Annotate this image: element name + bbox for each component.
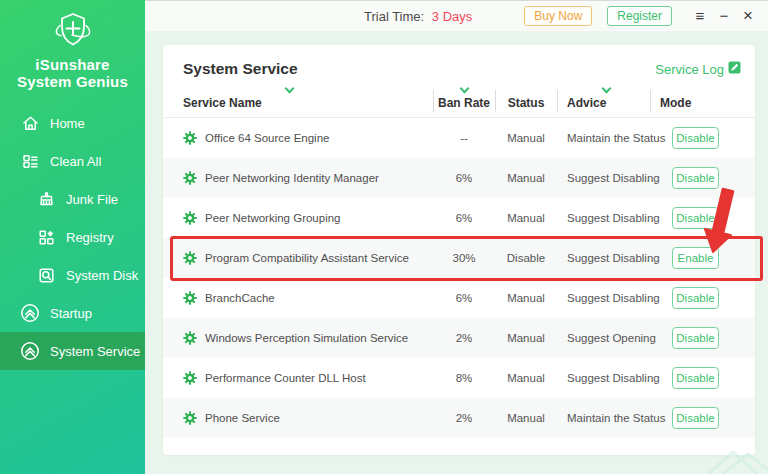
table-row-highlighted: Program Compatibility Assistant Service … [163,238,755,278]
registry-icon [36,229,56,246]
status-cell: Disable [495,252,557,264]
close-icon[interactable]: × [738,6,758,26]
sidebar-nav: HomeClean AllJunk FileRegistrySystem Dis… [0,104,145,370]
column-header-service-name[interactable]: Service Name [183,82,433,117]
sidebar-item-system-disk[interactable]: System Disk [0,256,145,294]
table-row: Windows Perception Simulation Service 2%… [163,318,755,358]
advice-cell: Suggest Disabling [557,292,650,304]
table-header: Service Name Ban Rate Status Advice [163,82,755,118]
column-header-mode[interactable]: Mode [650,82,735,117]
menu-icon[interactable]: ≡ [690,6,710,26]
mode-cell: Disable [650,287,735,309]
service-name-cell: BranchCache [183,291,433,305]
advice-cell: Suggest Disabling [557,372,650,384]
service-log-link[interactable]: Service Log [655,61,741,77]
table-row: Performance Counter DLL Host 8% Manual S… [163,358,755,398]
advice-cell: Suggest Disabling [557,252,650,264]
service-name-cell: Windows Perception Simulation Service [183,331,433,345]
gear-icon [183,291,197,305]
minimize-icon[interactable]: − [714,6,734,26]
status-cell: Manual [495,132,557,144]
advice-cell: Maintain the Status [557,132,650,144]
advice-cell: Suggest Opening [557,332,650,344]
sidebar-item-clean-all[interactable]: Clean All [0,142,145,180]
trial-days-value: 3 Days [432,9,472,24]
home-icon [20,115,40,132]
mode-toggle-button[interactable]: Disable [672,287,719,309]
sort-chevron-icon [459,84,469,94]
sidebar-item-startup[interactable]: Startup [0,294,145,332]
status-cell: Manual [495,412,557,424]
mode-cell: Disable [650,207,735,229]
sidebar-item-home[interactable]: Home [0,104,145,142]
window-controls: ≡−× [686,6,758,26]
status-cell: Manual [495,212,557,224]
column-header-advice[interactable]: Advice [557,82,650,117]
sidebar-item-label: Clean All [50,154,101,169]
sidebar-item-label: Home [50,116,85,131]
table-row: BranchCache 6% Manual Suggest Disabling … [163,278,755,318]
main-panel: Trial Time: 3 Days Buy Now Register ≡−× … [145,0,768,474]
clean-all-icon [20,153,40,170]
service-name-cell: Performance Counter DLL Host [183,371,433,385]
column-header-status[interactable]: Status [495,82,557,117]
sidebar-item-label: Registry [66,230,114,245]
table-body: Office 64 Source Engine -- Manual Mainta… [163,118,755,438]
sort-chevron-icon [285,84,295,94]
gear-icon [183,371,197,385]
mode-cell: Disable [650,407,735,429]
system-service-card: System Service Service Log [163,45,755,455]
table-row: Peer Networking Grouping 6% Manual Sugge… [163,198,755,238]
sidebar-item-registry[interactable]: Registry [0,218,145,256]
ban-rate-cell: -- [433,132,495,144]
service-log-edit-icon [728,61,741,77]
mode-toggle-button[interactable]: Enable [672,247,719,269]
mode-toggle-button[interactable]: Disable [672,367,719,389]
service-name: Office 64 Source Engine [205,132,329,144]
mode-cell: Disable [650,167,735,189]
status-cell: Manual [495,332,557,344]
mode-toggle-button[interactable]: Disable [672,167,719,189]
sidebar-item-junk-file[interactable]: Junk File [0,180,145,218]
service-name: BranchCache [205,292,275,304]
app-logo: iSunshare System Genius [0,0,145,90]
ban-rate-cell: 6% [433,212,495,224]
sidebar-item-label: Startup [50,306,92,321]
status-cell: Manual [495,172,557,184]
service-log-label: Service Log [655,62,724,77]
service-name-cell: Office 64 Source Engine [183,131,433,145]
advice-cell: Maintain the Status [557,412,650,424]
buy-now-button[interactable]: Buy Now [524,6,592,26]
service-name: Windows Perception Simulation Service [205,332,408,344]
ban-rate-cell: 6% [433,292,495,304]
service-name: Program Compatibility Assistant Service [205,252,409,264]
service-name-cell: Peer Networking Grouping [183,211,433,225]
sidebar-item-label: Junk File [66,192,118,207]
table-row: Office 64 Source Engine -- Manual Mainta… [163,118,755,158]
service-name: Phone Service [205,412,280,424]
mode-toggle-button[interactable]: Disable [672,207,719,229]
ban-rate-cell: 30% [433,252,495,264]
app-window: iSunshare System Genius HomeClean AllJun… [0,0,768,474]
column-header-ban-rate[interactable]: Ban Rate [433,82,495,117]
mode-cell: Disable [650,367,735,389]
mode-toggle-button[interactable]: Disable [672,327,719,349]
gear-icon [183,251,197,265]
service-name-cell: Program Compatibility Assistant Service [183,251,433,265]
mode-toggle-button[interactable]: Disable [672,127,719,149]
gear-icon [183,131,197,145]
status-cell: Manual [495,292,557,304]
sidebar-item-system-service[interactable]: System Service [0,332,145,370]
mode-cell: Disable [650,327,735,349]
register-button[interactable]: Register [607,6,672,26]
gear-icon [183,171,197,185]
service-name: Peer Networking Grouping [205,212,341,224]
service-name: Peer Networking Identity Manager [205,172,379,184]
mode-toggle-button[interactable]: Disable [672,407,719,429]
service-name: Performance Counter DLL Host [205,372,366,384]
status-cell: Manual [495,372,557,384]
ban-rate-cell: 2% [433,332,495,344]
trial-time: Trial Time: 3 Days [364,9,472,24]
sort-chevron-icon [602,84,612,94]
gear-icon [183,411,197,425]
